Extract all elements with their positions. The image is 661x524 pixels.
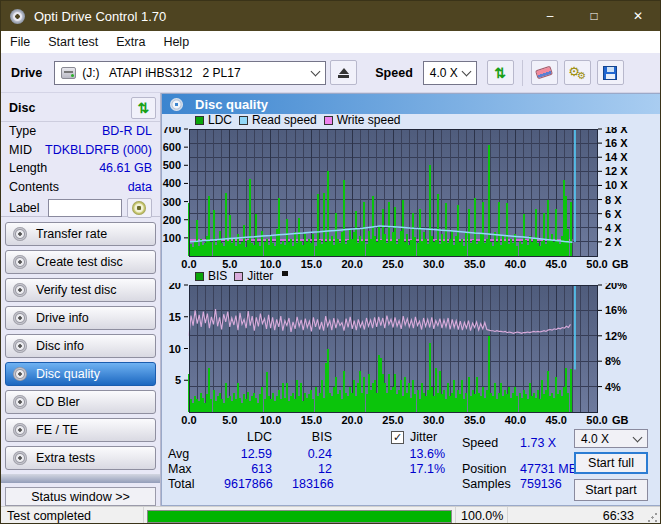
svg-text:15.0: 15.0	[301, 258, 322, 270]
sidebar: Disc ⇅ TypeBD-R DL MIDTDKBLDRFB (000) Le…	[1, 93, 161, 506]
start-part-button[interactable]: Start part	[574, 479, 648, 501]
svg-text:18 X: 18 X	[605, 127, 628, 135]
svg-text:16%: 16%	[605, 304, 627, 316]
scan-speed-value: 4.0 X	[581, 432, 609, 446]
menu-help[interactable]: Help	[154, 31, 198, 53]
toolbar-separator	[522, 60, 523, 86]
eject-button[interactable]	[330, 60, 357, 85]
sidebar-item-fe-te[interactable]: FE / TE	[5, 418, 156, 442]
close-button[interactable]: ✕	[616, 1, 660, 31]
svg-text:14 X: 14 X	[605, 151, 628, 163]
sidebar-item-extra-tests[interactable]: Extra tests	[5, 446, 156, 470]
menu-file[interactable]: File	[1, 31, 39, 53]
speed-select[interactable]: 4.0 X	[423, 61, 477, 85]
jitter-checkbox-label: Jitter	[410, 430, 437, 444]
svg-text:6 X: 6 X	[605, 208, 622, 220]
ldc-chart-legend: LDCRead speedWrite speed	[195, 115, 661, 127]
sidebar-item-verify-test-disc[interactable]: Verify test disc	[5, 278, 156, 302]
cd-icon	[132, 201, 146, 215]
settings-button[interactable]: ⚙⚙	[564, 60, 591, 85]
window-title: Opti Drive Control 1.70	[34, 9, 528, 24]
progress-bar	[147, 510, 452, 523]
avg-jitter: 13.6%	[402, 447, 445, 461]
position-stat-value: 47731 MB	[520, 462, 577, 476]
minimize-button[interactable]: –	[528, 1, 572, 31]
cd-icon	[13, 255, 27, 269]
progress-fill	[148, 511, 451, 522]
chevron-down-icon	[461, 66, 471, 76]
eraser-icon	[535, 66, 553, 80]
sidebar-item-drive-info[interactable]: Drive info	[5, 306, 156, 330]
start-full-button[interactable]: Start full	[574, 452, 648, 474]
svg-text:0.0: 0.0	[181, 414, 196, 426]
legend-item	[280, 271, 288, 283]
svg-text:8 X: 8 X	[605, 194, 622, 206]
bis-jitter-chart-legend: BISJitter	[195, 271, 661, 283]
menu-start-test[interactable]: Start test	[39, 31, 107, 53]
speed-stat-label: Speed	[462, 436, 498, 450]
svg-text:10 X: 10 X	[605, 179, 628, 191]
svg-text:400: 400	[163, 177, 181, 189]
legend-item: BIS	[195, 269, 227, 283]
sidebar-item-transfer-rate[interactable]: Transfer rate	[5, 222, 156, 246]
drive-select[interactable]: (J:) ATAPI iHBS312 2 PL17	[54, 61, 326, 85]
progress-section	[143, 507, 455, 524]
cd-icon	[13, 367, 27, 381]
cd-icon	[13, 451, 27, 465]
disc-label-input[interactable]	[48, 199, 122, 217]
disc-refresh-button[interactable]: ⇅	[131, 97, 156, 119]
max-ldc: 613	[224, 462, 272, 476]
total-ldc: 9617866	[224, 477, 272, 491]
svg-text:30.0: 30.0	[423, 258, 444, 270]
svg-text:20.0: 20.0	[341, 258, 362, 270]
status-text: Test completed	[1, 509, 143, 523]
status-window-button[interactable]: Status window >>	[5, 487, 156, 506]
progress-percent: 100.0%	[455, 507, 507, 524]
title-bar: Opti Drive Control 1.70 – □ ✕	[1, 1, 660, 31]
maximize-button[interactable]: □	[572, 1, 616, 31]
svg-text:30.0: 30.0	[423, 414, 444, 426]
menu-extra[interactable]: Extra	[107, 31, 154, 53]
chevron-down-icon	[311, 66, 321, 76]
avg-bis: 0.24	[292, 447, 332, 461]
svg-text:20%: 20%	[605, 283, 627, 291]
svg-text:GB: GB	[612, 414, 629, 426]
row-label-max: Max	[168, 462, 192, 476]
svg-text:35.0: 35.0	[464, 258, 485, 270]
svg-text:500: 500	[163, 159, 181, 171]
max-jitter: 17.1%	[402, 462, 445, 476]
sidebar-item-cd-bler[interactable]: CD Bler	[5, 390, 156, 414]
save-icon	[603, 66, 617, 80]
refresh-icon: ⇅	[494, 66, 506, 80]
cd-icon	[13, 227, 27, 241]
svg-text:50.0: 50.0	[586, 414, 607, 426]
col-header-bis: BIS	[292, 430, 332, 444]
svg-text:4 X: 4 X	[605, 222, 622, 234]
svg-text:15.0: 15.0	[301, 414, 322, 426]
svg-text:45.0: 45.0	[545, 414, 566, 426]
save-button[interactable]	[597, 60, 624, 85]
erase-disc-button[interactable]	[531, 60, 558, 85]
jitter-checkbox[interactable]: ✓	[391, 431, 404, 444]
speed-select-value: 4.0 X	[430, 66, 458, 80]
scan-speed-select[interactable]: 4.0 X	[574, 429, 648, 448]
resize-grip[interactable]	[647, 512, 658, 523]
bis-jitter-chart: 51015204%8%12%16%20%0.05.010.015.020.025…	[162, 283, 657, 426]
refresh-button[interactable]: ⇅	[487, 60, 514, 85]
svg-text:35.0: 35.0	[464, 414, 485, 426]
disc-label-button[interactable]	[127, 198, 152, 218]
disc-row-mid: MIDTDKBLDRFB (000)	[1, 141, 160, 160]
label-label: Label	[9, 201, 40, 215]
svg-text:5.0: 5.0	[222, 414, 237, 426]
svg-text:10.0: 10.0	[260, 414, 281, 426]
cd-icon	[13, 339, 27, 353]
disc-row-length: Length46.61 GB	[1, 159, 160, 178]
avg-ldc: 12.59	[224, 447, 272, 461]
svg-text:8%: 8%	[605, 355, 621, 367]
total-bis: 183166	[292, 477, 332, 491]
sidebar-item-disc-info[interactable]: Disc info	[5, 334, 156, 358]
cd-icon	[170, 98, 183, 111]
sidebar-item-disc-quality[interactable]: Disc quality	[5, 362, 156, 386]
sidebar-item-create-test-disc[interactable]: Create test disc	[5, 250, 156, 274]
panel-header: Disc quality	[162, 94, 661, 114]
